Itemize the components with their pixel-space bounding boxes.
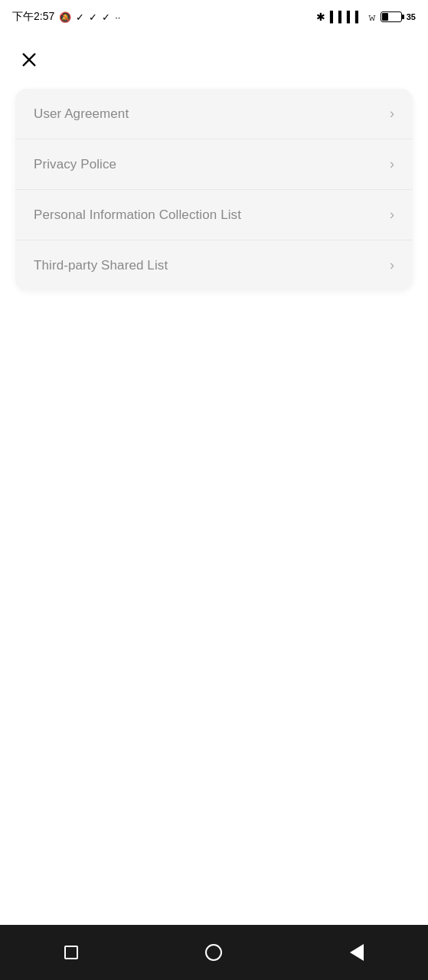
chevron-right-icon-4: ›: [390, 257, 394, 273]
back-button[interactable]: [340, 936, 374, 969]
chevron-right-icon-1: ›: [390, 106, 394, 122]
bottom-nav-bar: [0, 925, 428, 980]
battery-fill: [382, 13, 388, 21]
signal-icon: ▍▍▍▍: [330, 11, 364, 23]
home-icon: [205, 944, 222, 961]
bluetooth-icon: ✱: [316, 11, 325, 23]
mute-icon: 🔕: [59, 11, 71, 23]
recent-apps-button[interactable]: [54, 936, 88, 969]
battery-percent: 35: [407, 12, 416, 21]
chevron-right-icon-2: ›: [390, 156, 394, 172]
menu-card: User Agreement › Privacy Police › Person…: [15, 89, 413, 290]
third-party-label: Third-party Shared List: [34, 258, 168, 273]
home-button[interactable]: [197, 936, 230, 969]
user-agreement-label: User Agreement: [34, 106, 129, 122]
check-icon-1: ✓: [76, 11, 84, 23]
close-icon: [21, 51, 38, 68]
wifi-icon: 𝚠: [368, 11, 376, 24]
status-bar-left: 下午2:57 🔕 ✓ ✓ ✓ ··: [12, 10, 120, 24]
dots-icon: ··: [115, 11, 120, 23]
recent-apps-icon: [64, 946, 78, 959]
time-label: 下午2:57: [12, 10, 54, 24]
menu-item-personal-info[interactable]: Personal Information Collection List ›: [15, 190, 413, 240]
check-icon-2: ✓: [89, 11, 97, 23]
chevron-right-icon-3: ›: [390, 207, 394, 223]
battery-box: [381, 11, 402, 22]
back-icon: [350, 944, 364, 961]
personal-info-label: Personal Information Collection List: [34, 207, 241, 223]
check-icon-3: ✓: [102, 11, 110, 23]
close-button[interactable]: [15, 46, 43, 74]
status-bar-right: ✱ ▍▍▍▍ 𝚠 35: [316, 11, 416, 24]
menu-item-third-party[interactable]: Third-party Shared List ›: [15, 240, 413, 290]
menu-item-privacy-police[interactable]: Privacy Police ›: [15, 139, 413, 190]
battery-icon: 35: [381, 11, 416, 22]
main-content: User Agreement › Privacy Police › Person…: [0, 34, 428, 925]
menu-item-user-agreement[interactable]: User Agreement ›: [15, 89, 413, 139]
status-bar: 下午2:57 🔕 ✓ ✓ ✓ ·· ✱ ▍▍▍▍ 𝚠 35: [0, 0, 428, 34]
privacy-police-label: Privacy Police: [34, 157, 116, 172]
